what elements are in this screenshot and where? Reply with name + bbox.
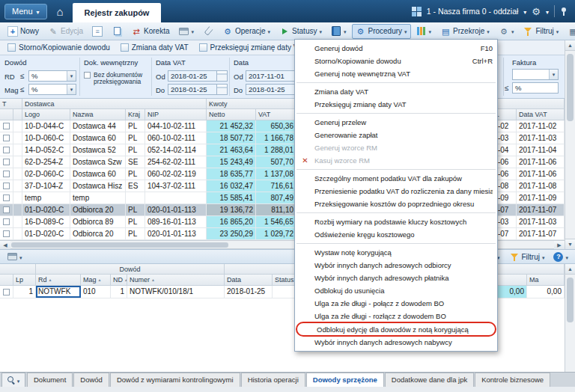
- bez-dokumentow-checkbox[interactable]: Bez dokumentów przeksięgowania: [84, 72, 156, 85]
- row-select-cell[interactable]: [0, 216, 13, 227]
- row-select-cell[interactable]: [0, 132, 13, 144]
- row-select-cell[interactable]: [0, 192, 13, 203]
- vertical-scrollbar[interactable]: ▲: [565, 264, 575, 372]
- checkbox-icon[interactable]: [3, 230, 10, 237]
- row-select-cell[interactable]: [0, 228, 13, 239]
- column-header-select[interactable]: [0, 275, 13, 285]
- print-button[interactable]: [3, 249, 26, 264]
- menu-item-storno-kopiowanie-dowodu[interactable]: Storno/Kopiowanie dowoduCtrl+R: [295, 55, 497, 67]
- column-header-nd[interactable]: ND: [111, 275, 127, 285]
- help-button[interactable]: [550, 249, 572, 264]
- toolbar-button-grid-icon[interactable]: [564, 24, 575, 39]
- row-select-cell[interactable]: [0, 180, 13, 192]
- column-header-numer[interactable]: Numer: [127, 275, 225, 285]
- toolbar-button-chart-icon[interactable]: [413, 24, 436, 39]
- menu-item-odblokuj-do-usunięcia[interactable]: Odblokuj do usunięcia: [295, 284, 497, 297]
- menu-item-ulga-za-złe-długi-połącz-z-dowodem-bo[interactable]: Ulga za złe długi - połącz z dowodem BO: [295, 297, 497, 310]
- menu-item-generuj-przelew[interactable]: Generuj przelew: [295, 116, 497, 129]
- toolbar-button-korekta[interactable]: Korekta: [127, 24, 173, 39]
- toolbar-button-printer-icon[interactable]: [175, 24, 198, 39]
- toolbar-button-operacje[interactable]: Operacje: [219, 24, 274, 39]
- group-header-t[interactable]: T: [0, 99, 22, 108]
- toolbar-button-procedury[interactable]: Procedury: [352, 24, 411, 39]
- cell-rd-focused[interactable]: NOTWFK: [36, 286, 81, 298]
- rd-filter-combo[interactable]: %: [28, 70, 76, 82]
- data-vat-od-field[interactable]: 2018-01-25: [168, 70, 228, 82]
- bottom-tab-kontrole-biznesowe[interactable]: Kontrole biznesowe: [475, 373, 550, 387]
- tab-rejestr-zakupow[interactable]: Rejestr zakupów: [73, 3, 162, 22]
- checkbox-icon[interactable]: [3, 123, 10, 129]
- checkbox-icon[interactable]: [3, 289, 10, 295]
- settings-gear-icon[interactable]: [532, 6, 541, 17]
- toolbar-button-gear-icon[interactable]: [495, 24, 518, 39]
- column-header-nip[interactable]: NIP: [145, 109, 207, 120]
- toolbar-button-przekroje[interactable]: Przekroje: [436, 24, 493, 39]
- scrollbar-thumb[interactable]: [567, 278, 574, 322]
- column-header-rd[interactable]: Rd: [36, 275, 81, 285]
- scrollbar-thumb[interactable]: [11, 242, 228, 248]
- column-header-lp[interactable]: Lp: [13, 275, 36, 285]
- column-header-ma[interactable]: Ma: [527, 275, 565, 285]
- column-header-data-vat[interactable]: Data VAT: [517, 109, 565, 120]
- bottom-tab-dodatkowe-dane-dla-jpk[interactable]: Dodatkowe dane dla jpk: [385, 373, 474, 387]
- row-select-cell[interactable]: [0, 286, 13, 298]
- menu-item-kasuj-wzorce-rm[interactable]: Kasuj wzorce RM: [295, 154, 497, 167]
- menu-item-szczególny-moment-podatku-vat-dla-zakupów[interactable]: Szczególny moment podatku VAT dla zakupó…: [295, 172, 497, 185]
- toolbar-button-filtruj[interactable]: Filtruj: [519, 24, 562, 39]
- menu-item-przeniesienie-podatku-vat-do-rozliczenia-za-dany-miesiąc[interactable]: Przeniesienie podatku VAT do rozliczenia…: [295, 185, 497, 197]
- pin-icon[interactable]: [560, 7, 568, 16]
- menu-item-przeksięguj-zmianę-daty-vat[interactable]: Przeksięguj zmianę daty VAT: [295, 98, 497, 111]
- menu-item-wybór-innych-danych-adresowych-nabywcy[interactable]: Wybór innych danych adresowych nabywcy: [295, 336, 497, 349]
- menu-item-wystaw-notę-korygującą[interactable]: Wystaw notę korygującą: [295, 246, 497, 259]
- column-header-kraj[interactable]: Kraj: [126, 109, 145, 120]
- scroll-up-button[interactable]: ▲: [565, 264, 575, 275]
- menu-item-generowanie-zapłat[interactable]: Generowanie zapłat: [295, 129, 497, 141]
- mag-filter-combo[interactable]: %: [28, 84, 76, 95]
- bottom-tab-historia-operacji[interactable]: Historia operacji: [241, 373, 305, 387]
- company-selector[interactable]: 1 - Nasza firma 0 - oddział: [427, 7, 519, 16]
- mag-operator[interactable]: ≤: [20, 85, 25, 94]
- quickbar-button-storno-kopiowanie-dowodu[interactable]: Storno/Kopiowanie dowodu: [3, 41, 115, 54]
- vertical-scrollbar[interactable]: ▲ ▼: [565, 40, 575, 249]
- group-header-dowod[interactable]: Dowód: [36, 264, 225, 274]
- row-select-cell[interactable]: [0, 204, 13, 215]
- data-vat-do-field[interactable]: 2018-01-25: [168, 84, 228, 95]
- menu-item-zmiana-daty-vat[interactable]: Zmiana daty VAT: [295, 85, 497, 98]
- bottom-tab-dowód-z-wymiarami-kontrolingowymi[interactable]: Dowód z wymiarami kontrolingowymi: [110, 373, 240, 387]
- toolbar-button-copy-icon[interactable]: [108, 24, 126, 39]
- checkbox-icon[interactable]: [3, 171, 10, 177]
- main-menu-button[interactable]: Menu: [4, 4, 47, 19]
- rd-operator[interactable]: ≤: [20, 72, 25, 80]
- menu-item-odblokuj-edycję-dla-dowodów-z-notą-korygującą[interactable]: Odblokuj edycję dla dowodów z notą koryg…: [296, 322, 496, 337]
- column-header-mag[interactable]: Mag: [81, 275, 111, 285]
- toolbar-button-paperclip-icon[interactable]: [199, 24, 217, 39]
- calendar-icon[interactable]: [216, 71, 227, 81]
- menu-item-generuj-dowód[interactable]: Generuj dowódF10: [295, 42, 497, 55]
- quickbar-button-zmiana-daty-vat[interactable]: Zmiana daty VAT: [116, 41, 193, 54]
- menu-item-ulga-za-złe-długi-rozłącz-z-dowodem-bo[interactable]: Ulga za złe długi - rozłącz z dowodem BO: [295, 310, 497, 322]
- chevron-down-icon[interactable]: [523, 7, 526, 16]
- column-header-select[interactable]: [0, 109, 13, 120]
- column-header-nazwa[interactable]: Nazwa: [70, 109, 126, 120]
- filtruj-button[interactable]: Filtruj: [505, 249, 549, 264]
- calendar-icon[interactable]: [216, 85, 227, 94]
- column-header-logo[interactable]: Logo: [22, 109, 70, 120]
- bottom-tab-dowód[interactable]: Dowód: [73, 373, 109, 387]
- row-select-cell[interactable]: [0, 120, 13, 132]
- scrollbar-thumb[interactable]: [567, 54, 574, 121]
- search-corner-button[interactable]: [1, 373, 25, 387]
- column-header-vat[interactable]: VAT: [256, 109, 296, 120]
- toolbar-button-book-icon[interactable]: [327, 24, 350, 39]
- menu-item-rozbij-wymiary-na-podstawie-kluczy-kosztowych[interactable]: Rozbij wymiary na podstawie kluczy koszt…: [295, 215, 497, 228]
- row-select-cell[interactable]: [0, 144, 13, 156]
- toolbar-button-edycja[interactable]: Edycja: [44, 24, 87, 39]
- scroll-up-button[interactable]: ▲: [565, 40, 575, 51]
- scroll-left-button[interactable]: ◀: [0, 241, 10, 249]
- column-header-t[interactable]: [13, 109, 22, 120]
- menu-item-generuj-notę-wewnętrzną-vat[interactable]: Generuj notę wewnętrzną VAT: [295, 67, 497, 80]
- modules-grid-icon[interactable]: [412, 7, 422, 16]
- checkbox-icon[interactable]: [3, 159, 10, 165]
- toolbar-button-nowy[interactable]: Nowy: [4, 24, 43, 39]
- faktura-combo[interactable]: [512, 69, 559, 80]
- column-header-netto[interactable]: Netto: [207, 109, 256, 120]
